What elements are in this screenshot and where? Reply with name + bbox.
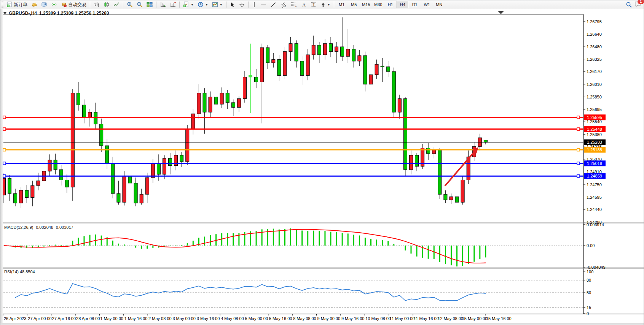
timeframe-label: H4 <box>400 2 405 7</box>
text-label-icon: T <box>311 2 317 8</box>
toolbar-grip[interactable] <box>2 2 3 8</box>
candle-body <box>37 181 40 186</box>
indicators-button[interactable]: ▼ <box>181 0 196 9</box>
auto-scroll-button[interactable] <box>158 0 168 9</box>
bar-chart-mode-button[interactable] <box>92 0 102 9</box>
time-tick-label: 11 May 16:00 <box>414 316 439 321</box>
line-handle[interactable] <box>577 162 580 165</box>
candle-body <box>403 98 407 170</box>
candle-body <box>300 61 304 76</box>
zoom-out-button[interactable] <box>135 0 145 9</box>
candle-body <box>266 48 269 63</box>
line-handle[interactable] <box>577 128 580 130</box>
chart-shift-button[interactable] <box>168 0 178 9</box>
timeframe-m5-button[interactable]: M5 <box>348 1 360 8</box>
candle-body <box>117 193 120 202</box>
signal-icon <box>51 2 57 8</box>
data-window-button[interactable] <box>39 0 49 9</box>
vertical-line-tool-button[interactable] <box>250 0 258 9</box>
zoom-out-icon <box>137 2 143 8</box>
chart-canvas[interactable]: 1.267951.266401.264801.263251.261701.260… <box>0 0 644 325</box>
fibonacci-tool-button[interactable]: F <box>289 0 300 9</box>
line-handle[interactable] <box>3 149 6 151</box>
price-tick-label: 1.26010 <box>587 82 602 87</box>
candle-body <box>277 60 281 76</box>
market-watch-button[interactable] <box>29 0 39 9</box>
toolbar-separator <box>123 2 123 8</box>
timeframe-mn-button[interactable]: MN <box>433 1 445 8</box>
line-chart-mode-button[interactable] <box>112 0 121 9</box>
candle-body <box>335 47 338 52</box>
terminal-icon <box>41 2 47 8</box>
line-handle[interactable] <box>577 116 580 119</box>
candle-body <box>398 98 401 112</box>
line-handle[interactable] <box>577 175 580 178</box>
arrows-tool-button[interactable]: ▼ <box>319 0 332 9</box>
timeframe-m30-button[interactable]: M30 <box>372 1 384 8</box>
time-tick-label: 27 Apr 00:00 <box>28 316 51 321</box>
chart-shift-marker[interactable] <box>498 11 504 14</box>
line-handle[interactable] <box>3 175 6 178</box>
candle-body <box>346 49 350 56</box>
text-label-tool-button[interactable]: T <box>309 0 319 9</box>
vertical-line-icon <box>252 2 257 8</box>
trendline-icon <box>270 2 276 8</box>
candle-body <box>48 160 51 171</box>
equidistant-channel-tool-button[interactable]: E <box>278 0 289 9</box>
candle-body <box>444 194 447 200</box>
time-tick-label: 11 May 00:00 <box>390 316 415 321</box>
time-tick-label: 9 May 00:00 <box>317 316 341 321</box>
rsi-axis-label: 80 <box>587 278 591 282</box>
periods-button[interactable]: ▼ <box>196 0 210 9</box>
candle-body <box>358 55 361 61</box>
line-handle[interactable] <box>3 116 6 119</box>
line-handle[interactable] <box>577 149 580 151</box>
cursor-tool-button[interactable] <box>228 0 237 9</box>
candle-body <box>312 45 315 55</box>
candle-body <box>214 97 218 104</box>
timeframe-d1-button[interactable]: D1 <box>409 1 421 8</box>
templates-button[interactable]: ▼ <box>210 0 225 9</box>
one-click-trading-collapse-icon[interactable] <box>3 12 6 14</box>
candlestick-mode-button[interactable] <box>102 0 112 9</box>
search-icon[interactable] <box>626 2 632 8</box>
line-handle[interactable] <box>3 162 6 165</box>
timeframe-label: M30 <box>374 2 382 7</box>
new-order-button[interactable]: 新订单 <box>5 0 29 9</box>
candle-body <box>226 93 229 103</box>
text-tool-button[interactable]: A <box>300 0 309 9</box>
autotrading-button[interactable]: 自动交易 <box>59 0 88 9</box>
notifications-button[interactable]: 1 <box>634 1 641 8</box>
tile-windows-button[interactable] <box>145 0 155 9</box>
trendline-tool-button[interactable] <box>268 0 278 9</box>
time-tick-label: 12 May 08:00 <box>438 316 463 321</box>
candle-body <box>369 75 373 84</box>
timeframe-h4-button[interactable]: H4 <box>397 1 409 8</box>
timeframe-m15-button[interactable]: M15 <box>360 1 372 8</box>
timeframe-label: D1 <box>412 2 418 7</box>
timeframe-h1-button[interactable]: H1 <box>384 1 397 8</box>
toolbar-separator <box>334 2 334 8</box>
timeframe-w1-button[interactable]: W1 <box>421 1 433 8</box>
candle-body <box>386 67 390 72</box>
rsi-pane-label: RSI(14) 48.8504 <box>4 270 35 274</box>
candle-body <box>352 49 355 61</box>
svg-text:T: T <box>312 3 315 7</box>
candle-body <box>255 77 258 82</box>
macd-indicator-values: -0.002048 -0.003017 <box>34 225 73 230</box>
candle-body <box>111 163 115 193</box>
notification-badge: 1 <box>638 0 644 4</box>
horizontal-line-tool-button[interactable] <box>258 0 268 9</box>
price-label-text: 1.25188 <box>587 147 602 152</box>
svg-text:F: F <box>295 5 297 8</box>
macd-pane-label: MACD(12,26,9) -0.002048 -0.003017 <box>4 225 73 230</box>
candle-body <box>14 193 17 203</box>
price-tick-label: 1.26170 <box>587 69 602 74</box>
chart-ohlc-values: 1.25309 1.25309 1.25256 1.25283 <box>39 11 109 16</box>
zoom-in-button[interactable] <box>125 0 135 9</box>
line-handle[interactable] <box>3 128 6 130</box>
time-tick-label: 2 May 08:00 <box>148 316 172 321</box>
crosshair-tool-button[interactable] <box>237 0 247 9</box>
timeframe-m1-button[interactable]: M1 <box>336 1 348 8</box>
signals-button[interactable] <box>49 0 59 9</box>
